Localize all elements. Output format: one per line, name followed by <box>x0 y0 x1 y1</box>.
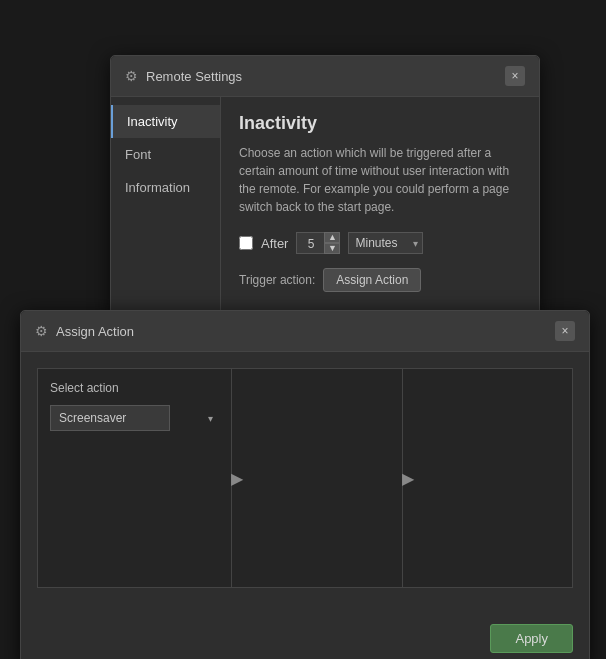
assign-action-header: ⚙ Assign Action × <box>21 311 589 352</box>
number-stepper: ▲ ▼ <box>324 232 340 254</box>
minutes-select-wrapper: Minutes Seconds Hours <box>348 232 423 254</box>
action-select[interactable]: Screensaver Go to page Do nothing <box>50 405 170 431</box>
gear-icon: ⚙ <box>125 68 138 84</box>
assign-action-title: Assign Action <box>56 324 134 339</box>
nav-item-font[interactable]: Font <box>111 138 220 171</box>
stepper-down-button[interactable]: ▼ <box>324 243 340 254</box>
trigger-label: Trigger action: <box>239 273 315 287</box>
assign-action-button[interactable]: Assign Action <box>323 268 421 292</box>
number-input-container: 5 ▲ ▼ <box>296 232 340 254</box>
content-title: Inactivity <box>239 113 521 134</box>
column-3 <box>403 368 573 588</box>
inactivity-controls: After 5 ▲ ▼ Minutes Seconds Hours <box>239 232 521 254</box>
number-display: 5 <box>296 232 324 254</box>
action-select-wrapper: Screensaver Go to page Do nothing <box>50 405 219 431</box>
remote-settings-body: Inactivity Font Information Inactivity C… <box>111 97 539 317</box>
assign-action-dialog: ⚙ Assign Action × Select action Screensa… <box>20 310 590 659</box>
stepper-up-button[interactable]: ▲ <box>324 232 340 243</box>
trigger-row: Trigger action: Assign Action <box>239 268 521 292</box>
dialog-footer: Apply <box>21 616 589 659</box>
column-2: ▶ <box>232 368 402 588</box>
inactivity-checkbox[interactable] <box>239 236 253 250</box>
minutes-select[interactable]: Minutes Seconds Hours <box>348 232 423 254</box>
assign-action-close-button[interactable]: × <box>555 321 575 341</box>
select-action-label: Select action <box>50 381 219 395</box>
content-description: Choose an action which will be triggered… <box>239 144 521 216</box>
remote-settings-dialog: ⚙ Remote Settings × Inactivity Font Info… <box>110 55 540 318</box>
content-area: Inactivity Choose an action which will b… <box>221 97 539 317</box>
assign-gear-icon: ⚙ <box>35 323 48 339</box>
columns-container: Select action Screensaver Go to page Do … <box>37 368 573 588</box>
remote-settings-close-button[interactable]: × <box>505 66 525 86</box>
remote-settings-header: ⚙ Remote Settings × <box>111 56 539 97</box>
column-1: Select action Screensaver Go to page Do … <box>37 368 232 588</box>
assign-header-left: ⚙ Assign Action <box>35 323 134 339</box>
apply-button[interactable]: Apply <box>490 624 573 653</box>
remote-settings-title: Remote Settings <box>146 69 242 84</box>
sidebar-nav: Inactivity Font Information <box>111 97 221 317</box>
nav-item-inactivity[interactable]: Inactivity <box>111 105 220 138</box>
assign-action-body: Select action Screensaver Go to page Do … <box>21 352 589 616</box>
nav-item-information[interactable]: Information <box>111 171 220 204</box>
header-left: ⚙ Remote Settings <box>125 68 242 84</box>
after-label: After <box>261 236 288 251</box>
